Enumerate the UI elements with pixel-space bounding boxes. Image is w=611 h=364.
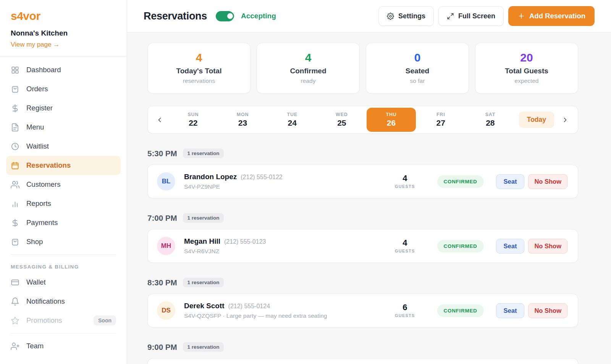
guest-count-label: GUESTS (395, 249, 415, 253)
time-group-830pm: 8:30 PM 1 reservation DS Derek Scott (21… (147, 277, 578, 327)
settings-label: Settings (398, 12, 425, 20)
sidebar-item-label: Menu (26, 123, 44, 131)
day-of-week: FRI (436, 112, 445, 117)
sidebar-item-reservations[interactable]: Reservations (6, 156, 121, 175)
sidebar-item-customers[interactable]: Customers (0, 175, 127, 194)
prev-week-button[interactable] (153, 113, 166, 126)
guest-count-label: GUESTS (395, 313, 415, 318)
day-cell-thu-26-selected[interactable]: THU 26 (367, 108, 416, 132)
group-header: 5:30 PM 1 reservation (147, 148, 578, 159)
today-button[interactable]: Today (519, 112, 554, 128)
sidebar-item-reports[interactable]: Reports (0, 194, 127, 213)
day-cell-sun-22[interactable]: SUN 22 (168, 108, 218, 132)
sidebar-item-label: Dashboard (26, 66, 61, 74)
group-count-badge: 1 reservation (183, 149, 223, 158)
stat-sublabel: ready (301, 78, 316, 84)
status-badge: CONFIRMED (437, 175, 484, 188)
day-cell-mon-23[interactable]: MON 23 (218, 108, 268, 132)
sidebar-item-label: Register (26, 104, 53, 112)
user-plus-icon (11, 342, 19, 351)
settings-button[interactable]: Settings (378, 6, 434, 26)
day-number: 26 (387, 118, 396, 128)
day-number: 24 (288, 118, 297, 128)
sidebar-item-orders[interactable]: Orders (0, 79, 127, 99)
no-show-button[interactable]: No Show (528, 174, 567, 189)
reservation-code-and-note: S4V-QZQSFP · Large party — may need extr… (184, 312, 327, 319)
day-cell-wed-25[interactable]: WED 25 (317, 108, 367, 132)
status-badge: CONFIRMED (437, 304, 484, 317)
day-number: 22 (189, 118, 197, 128)
fullscreen-button[interactable]: Full Screen (438, 6, 504, 26)
guest-phone: (212) 555-0124 (228, 303, 270, 310)
bell-icon (11, 297, 19, 306)
seat-button[interactable]: Seat (496, 303, 525, 318)
app-logo: s4vor (11, 10, 116, 23)
next-week-button[interactable] (559, 113, 572, 126)
day-cell-fri-27[interactable]: FRI 27 (416, 108, 466, 132)
seat-button[interactable]: Seat (496, 174, 525, 189)
time-group-700pm: 7:00 PM 1 reservation MH Megan Hill (212… (147, 213, 578, 263)
day-of-week: TUE (287, 112, 297, 117)
day-of-week: SAT (485, 112, 495, 117)
sidebar-item-label: Payments (26, 218, 58, 227)
stat-label: Total Guests (505, 67, 548, 75)
no-show-button[interactable]: No Show (528, 303, 567, 318)
gear-icon (387, 13, 394, 20)
star-icon (11, 316, 19, 325)
sidebar-divider (11, 254, 116, 255)
dollar-icon (11, 218, 19, 227)
day-cells: SUN 22 MON 23 TUE 24 WED 25 (166, 106, 517, 133)
seat-button[interactable]: Seat (496, 239, 525, 254)
sidebar-item-label: Customers (26, 180, 60, 189)
credit-card-icon (11, 278, 19, 287)
stat-card-total-guests: 20 Total Guests expected (475, 43, 578, 94)
dollar-icon (11, 104, 19, 113)
sidebar-item-shop[interactable]: Shop (0, 232, 127, 251)
sidebar-item-dashboard[interactable]: Dashboard (0, 60, 127, 79)
shopping-bag-icon (11, 85, 19, 94)
reservation-card[interactable]: BL Brandon Lopez (212) 555-0122 S4V-PZ9N… (147, 165, 578, 198)
group-count-badge: 1 reservation (183, 342, 223, 352)
guest-phone: (212) 555-0123 (224, 238, 266, 245)
calendar-icon (11, 161, 19, 170)
reservation-card[interactable]: MH Megan Hill (212) 555-0123 S4V-R6VJNZ … (147, 229, 578, 263)
sidebar-item-menu[interactable]: Menu (0, 118, 127, 137)
guest-count-label: GUESTS (395, 184, 415, 189)
reservation-card-partial[interactable] (147, 358, 578, 364)
status-badge: CONFIRMED (437, 240, 484, 252)
day-of-week: WED (336, 112, 348, 117)
day-of-week: SUN (188, 112, 199, 117)
stat-value: 4 (196, 52, 202, 63)
day-cell-tue-24[interactable]: TUE 24 (267, 108, 317, 132)
stat-sublabel: reservations (183, 78, 215, 84)
reservation-info: Brandon Lopez (212) 555-0122 S4V-PZ9NPE (184, 173, 283, 190)
sidebar-item-team[interactable]: Team (0, 336, 127, 356)
day-number: 25 (337, 118, 346, 128)
chevron-right-icon (561, 116, 569, 124)
stats-row: 4 Today's Total reservations 4 Confirmed… (147, 43, 578, 94)
bar-chart-icon (11, 199, 19, 208)
view-my-page-link[interactable]: View my page → (11, 41, 60, 49)
accepting-toggle[interactable] (216, 11, 234, 21)
sidebar-item-register[interactable]: Register (0, 99, 127, 118)
sidebar-item-promotions[interactable]: Promotions Soon (0, 311, 127, 330)
users-icon (11, 180, 19, 189)
date-picker: SUN 22 MON 23 TUE 24 WED 25 (147, 106, 578, 134)
guest-count: 6 (395, 303, 415, 312)
chevron-left-icon (156, 116, 163, 124)
sidebar-item-wallet[interactable]: Wallet (0, 273, 127, 292)
sidebar-item-notifications[interactable]: Notifications (0, 292, 127, 311)
avatar: BL (157, 172, 175, 191)
sidebar-item-label: Team (26, 342, 44, 350)
add-reservation-button[interactable]: Add Reservation (508, 6, 595, 26)
stat-value: 4 (305, 52, 312, 63)
guest-count-block: 4 GUESTS (395, 239, 415, 253)
guest-phone: (212) 555-0122 (241, 174, 282, 181)
no-show-button[interactable]: No Show (528, 239, 567, 254)
sidebar-item-payments[interactable]: Payments (0, 213, 127, 232)
reservation-card[interactable]: DS Derek Scott (212) 555-0124 S4V-QZQSFP… (147, 294, 578, 327)
day-cell-sat-28[interactable]: SAT 28 (466, 108, 515, 132)
stat-card-seated: 0 Seated so far (366, 43, 469, 94)
avatar: DS (157, 301, 175, 320)
sidebar-item-waitlist[interactable]: Waitlist (0, 137, 127, 156)
